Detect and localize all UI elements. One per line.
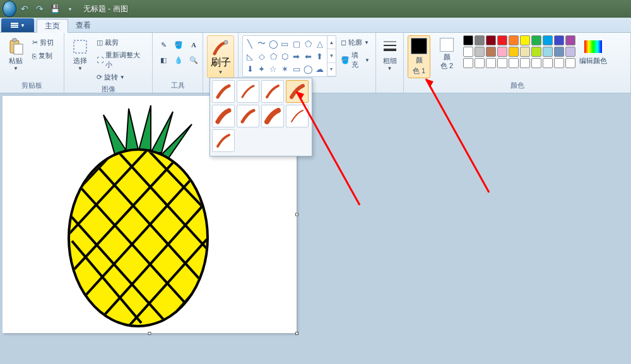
edit-colors-button[interactable]: 编辑颜色 — [579, 35, 607, 64]
palette-swatch-9[interactable] — [565, 35, 575, 45]
shape-callout-oval[interactable]: ◯ — [302, 62, 314, 75]
palette-swatch-3[interactable] — [497, 35, 507, 45]
palette-swatch-1[interactable] — [475, 35, 485, 45]
tab-view[interactable]: 查看 — [68, 18, 98, 32]
palette-swatch-24[interactable] — [509, 58, 519, 68]
shape-arrow-r[interactable]: ➡ — [291, 50, 302, 62]
color2-button[interactable]: 颜 色 2 — [434, 35, 459, 69]
palette-swatch-21[interactable] — [475, 58, 485, 68]
palette-swatch-19[interactable] — [565, 47, 575, 57]
size-dropdown[interactable]: 粗细 ▼ — [380, 35, 399, 71]
resize-handle-corner[interactable] — [295, 332, 298, 335]
palette-swatch-12[interactable] — [486, 47, 496, 57]
brush-option-marker[interactable] — [261, 105, 284, 127]
shape-rect[interactable]: ▭ — [279, 37, 290, 50]
picker-tool[interactable]: 💧 — [172, 53, 186, 67]
shape-star4[interactable]: ✦ — [256, 62, 267, 75]
shape-triangle[interactable]: △ — [314, 37, 326, 50]
brush-option-calligraphy-1[interactable] — [237, 80, 259, 103]
brush-option-watercolor[interactable] — [212, 129, 235, 152]
crop-button[interactable]: ◫裁剪 — [95, 37, 148, 49]
palette-swatch-7[interactable] — [543, 35, 553, 45]
shape-oval[interactable]: ◯ — [268, 37, 279, 50]
palette-swatch-22[interactable] — [486, 58, 496, 68]
palette-swatch-25[interactable] — [520, 58, 530, 68]
palette-swatch-11[interactable] — [475, 47, 485, 57]
undo-button[interactable]: ↶ — [18, 3, 32, 15]
palette-swatch-27[interactable] — [543, 58, 553, 68]
fill-tool[interactable]: 🪣 — [172, 38, 186, 52]
outline-dropdown[interactable]: ◻轮廓▼ — [339, 37, 372, 49]
shape-polygon[interactable]: ⬠ — [302, 37, 314, 50]
brushes-dropdown[interactable]: 刷子 ▼ — [207, 35, 234, 78]
rotate-button[interactable]: ⟳旋转▼ — [95, 71, 148, 83]
shapes-gallery[interactable]: ╲ 〜 ◯ ▭ ▢ ⬠ △ ◺ ◇ ⬠ ⬡ ➡ ⬅ ⬆ ⬇ ✦ ☆ — [242, 35, 336, 77]
resize-handle-right[interactable] — [295, 213, 298, 216]
shape-star5[interactable]: ☆ — [268, 62, 279, 75]
brush-option-oil[interactable] — [212, 105, 235, 127]
zoom-tool[interactable]: 🔍 — [187, 53, 201, 67]
brush-option-brush[interactable] — [212, 80, 235, 103]
svg-point-7 — [224, 40, 228, 44]
shape-arrow-u[interactable]: ⬆ — [314, 50, 326, 62]
fill-dropdown[interactable]: 🪣填充▼ — [339, 49, 372, 71]
tab-home[interactable]: 主页 — [37, 19, 68, 33]
palette-swatch-18[interactable] — [554, 47, 564, 57]
shapes-scroll[interactable]: ▲ ▼ ▾ — [327, 36, 336, 76]
palette-swatch-14[interactable] — [509, 47, 519, 57]
shape-line[interactable]: ╲ — [244, 37, 256, 50]
shape-roundrect[interactable]: ▢ — [291, 37, 302, 50]
cut-button[interactable]: ✂剪切 — [30, 37, 56, 49]
palette-swatch-8[interactable] — [554, 35, 564, 45]
color1-button[interactable]: 颜 色 1 — [408, 35, 430, 78]
palette-swatch-13[interactable] — [497, 47, 507, 57]
shape-callout-cloud[interactable]: ☁ — [314, 62, 326, 75]
palette-swatch-0[interactable] — [463, 35, 473, 45]
shape-arrow-d[interactable]: ⬇ — [244, 62, 256, 75]
shape-hexagon[interactable]: ⬡ — [279, 50, 290, 62]
scroll-down-icon[interactable]: ▼ — [327, 49, 336, 62]
brush-option-calligraphy-2[interactable] — [261, 80, 284, 103]
palette-swatch-15[interactable] — [520, 47, 530, 57]
brush-option-crayon[interactable] — [237, 105, 259, 127]
shape-rtriangle[interactable]: ◺ — [244, 50, 256, 62]
save-button[interactable]: 💾 — [48, 3, 62, 15]
palette-swatch-29[interactable] — [565, 58, 575, 68]
svg-rect-4 — [13, 38, 16, 42]
palette-swatch-4[interactable] — [509, 35, 519, 45]
select-button[interactable]: 选择 ▼ — [68, 35, 92, 71]
shape-diamond[interactable]: ◇ — [256, 50, 267, 62]
brush-option-pencil[interactable] — [286, 105, 309, 127]
paste-button[interactable]: 粘贴 ▼ — [4, 35, 28, 71]
scroll-more-icon[interactable]: ▾ — [327, 63, 336, 76]
qat-dropdown[interactable]: ▾ — [63, 3, 77, 15]
resize-handle-bottom[interactable] — [148, 332, 151, 335]
palette-swatch-26[interactable] — [531, 58, 541, 68]
redo-button[interactable]: ↷ — [33, 3, 47, 15]
text-tool[interactable]: A — [187, 38, 201, 52]
palette-swatch-17[interactable] — [543, 47, 553, 57]
palette-swatch-10[interactable] — [463, 47, 473, 57]
pencil-tool[interactable]: ✎ — [156, 38, 170, 52]
bucket-icon: 🪣 — [174, 41, 183, 49]
brush-option-airbrush[interactable] — [286, 80, 309, 103]
palette-swatch-16[interactable] — [531, 47, 541, 57]
file-tab[interactable]: ▼ — [1, 18, 34, 32]
palette-swatch-20[interactable] — [463, 58, 473, 68]
palette-swatch-2[interactable] — [486, 35, 496, 45]
shape-arrow-l[interactable]: ⬅ — [302, 50, 314, 62]
resize-button[interactable]: ⛶重新调整大小 — [95, 49, 148, 71]
shape-callout-rect[interactable]: ▭ — [291, 62, 302, 75]
copy-button[interactable]: ⎘复制 — [30, 50, 56, 62]
shape-pentagon[interactable]: ⬠ — [268, 50, 279, 62]
eraser-tool[interactable]: ◧ — [156, 53, 170, 67]
shape-star6[interactable]: ✶ — [279, 62, 290, 75]
palette-swatch-6[interactable] — [531, 35, 541, 45]
app-orb[interactable] — [3, 3, 16, 15]
palette-swatch-5[interactable] — [520, 35, 530, 45]
chevron-down-icon: ▼ — [13, 66, 18, 71]
scroll-up-icon[interactable]: ▲ — [327, 36, 336, 49]
shape-curve[interactable]: 〜 — [256, 37, 267, 50]
palette-swatch-23[interactable] — [497, 58, 507, 68]
palette-swatch-28[interactable] — [554, 58, 564, 68]
